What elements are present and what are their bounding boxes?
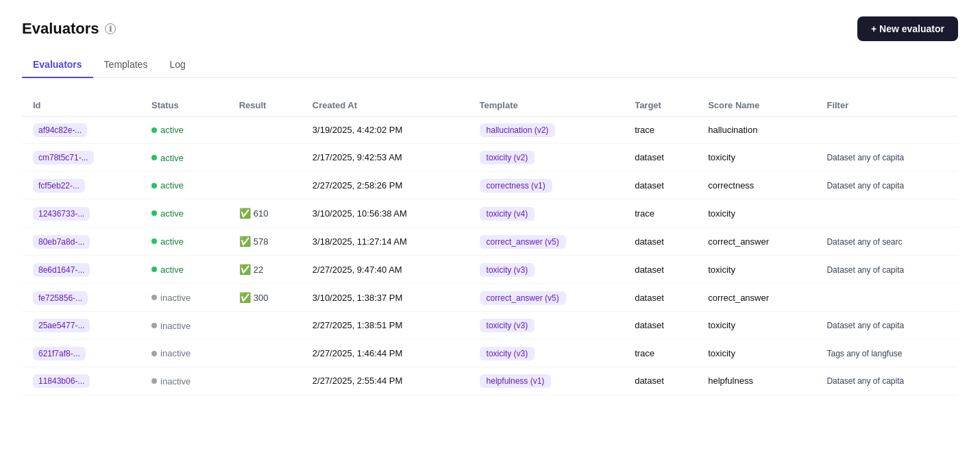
status-label: active xyxy=(160,153,184,163)
table-row[interactable]: 11843b06-...inactive2/27/2025, 2:55:44 P… xyxy=(22,367,958,395)
cell-target: dataset xyxy=(624,171,697,199)
id-badge[interactable]: fe725856-... xyxy=(33,291,88,305)
template-badge[interactable]: correct_answer (v5) xyxy=(480,235,566,249)
status-label: active xyxy=(160,208,184,219)
tabs-bar: Evaluators Templates Log xyxy=(22,52,958,78)
col-id: Id xyxy=(22,95,140,116)
cell-id: 8e6d1647-... xyxy=(22,256,140,284)
cell-status: active xyxy=(140,116,228,144)
template-badge[interactable]: correctness (v1) xyxy=(480,179,552,193)
status-label: inactive xyxy=(160,321,191,331)
status-dot-inactive xyxy=(151,323,157,328)
status-label: inactive xyxy=(160,376,191,387)
tab-log[interactable]: Log xyxy=(158,52,196,78)
id-badge[interactable]: cm78t5c71-... xyxy=(33,151,94,164)
cell-template: toxicity (v4) xyxy=(469,199,624,228)
result-value: 300 xyxy=(254,293,269,303)
cell-id: fe725856-... xyxy=(22,284,140,312)
status-label: active xyxy=(160,265,184,275)
id-badge[interactable]: 11843b06-... xyxy=(33,374,90,388)
table-row[interactable]: af94c82e-...active3/19/2025, 4:42:02 PMh… xyxy=(22,116,958,144)
template-badge[interactable]: toxicity (v3) xyxy=(480,319,535,332)
id-badge[interactable]: af94c82e-... xyxy=(33,123,87,137)
page-title: Evaluators xyxy=(22,20,99,38)
cell-target: trace xyxy=(624,199,697,228)
evaluators-table-container: Id Status Result Created At Template Tar… xyxy=(22,95,958,395)
cell-filter: Dataset any of capita xyxy=(816,367,958,395)
cell-template: toxicity (v3) xyxy=(469,312,624,340)
info-icon[interactable]: ℹ xyxy=(105,23,116,34)
id-badge[interactable]: 80eb7a8d-... xyxy=(33,235,90,249)
tab-templates[interactable]: Templates xyxy=(93,52,159,78)
filter-value: Dataset any of capita xyxy=(826,181,904,191)
cell-template: toxicity (v3) xyxy=(469,339,624,367)
table-row[interactable]: 25ae5477-...inactive2/27/2025, 1:38:51 P… xyxy=(22,312,958,340)
cell-template: correct_answer (v5) xyxy=(469,284,624,312)
cell-score-name: toxicity xyxy=(697,256,816,284)
new-evaluator-button[interactable]: + New evaluator xyxy=(857,16,958,41)
cell-result xyxy=(228,144,302,172)
col-status: Status xyxy=(140,95,228,116)
cell-status: active xyxy=(140,256,228,284)
col-score-name: Score Name xyxy=(697,95,816,116)
table-header-row: Id Status Result Created At Template Tar… xyxy=(22,95,958,116)
table-row[interactable]: 621f7af8-...inactive2/27/2025, 1:46:44 P… xyxy=(22,339,958,367)
id-badge[interactable]: 12436733-... xyxy=(33,207,90,221)
table-row[interactable]: 8e6d1647-...active✅222/27/2025, 9:47:40 … xyxy=(22,256,958,284)
status-dot-active xyxy=(151,127,157,133)
status-dot-inactive xyxy=(151,351,157,356)
table-row[interactable]: 80eb7a8d-...active✅5783/18/2025, 11:27:1… xyxy=(22,228,958,256)
cell-result xyxy=(228,339,302,367)
id-badge[interactable]: fcf5eb22-... xyxy=(33,179,85,193)
cell-created-at: 3/18/2025, 11:27:14 AM xyxy=(302,228,469,256)
template-badge[interactable]: toxicity (v2) xyxy=(480,151,535,164)
cell-filter: Dataset any of capita xyxy=(816,256,958,284)
tab-evaluators[interactable]: Evaluators xyxy=(22,52,93,78)
cell-target: dataset xyxy=(624,228,697,256)
cell-status: inactive xyxy=(140,339,228,367)
template-badge[interactable]: toxicity (v4) xyxy=(480,207,535,221)
cell-result: ✅610 xyxy=(228,199,302,228)
cell-result: ✅300 xyxy=(228,284,302,312)
cell-filter: Dataset any of capita xyxy=(816,171,958,199)
id-badge[interactable]: 8e6d1647-... xyxy=(33,263,90,277)
filter-value: Dataset any of searc xyxy=(826,237,902,247)
col-created-at: Created At xyxy=(302,95,469,116)
cell-created-at: 2/27/2025, 1:38:51 PM xyxy=(302,312,469,340)
cell-result: ✅22 xyxy=(228,256,302,284)
template-badge[interactable]: toxicity (v3) xyxy=(480,347,535,360)
cell-created-at: 2/27/2025, 2:55:44 PM xyxy=(302,367,469,395)
table-row[interactable]: 12436733-...active✅6103/10/2025, 10:56:3… xyxy=(22,199,958,228)
status-label: active xyxy=(160,125,184,135)
col-target: Target xyxy=(624,95,697,116)
cell-status: active xyxy=(140,199,228,228)
col-template: Template xyxy=(469,95,624,116)
cell-created-at: 2/17/2025, 9:42:53 AM xyxy=(302,144,469,172)
template-badge[interactable]: toxicity (v3) xyxy=(480,263,535,277)
cell-template: toxicity (v2) xyxy=(469,144,624,172)
cell-score-name: correct_answer xyxy=(697,284,816,312)
template-badge[interactable]: helpfulness (v1) xyxy=(480,374,552,388)
checkmark-icon: ✅ xyxy=(239,292,251,303)
cell-filter: Dataset any of capita xyxy=(816,144,958,172)
id-badge[interactable]: 621f7af8-... xyxy=(33,347,86,360)
status-dot-active xyxy=(151,267,157,272)
filter-value: Dataset any of capita xyxy=(826,376,904,386)
template-badge[interactable]: hallucination (v2) xyxy=(480,123,556,137)
cell-target: dataset xyxy=(624,312,697,340)
status-label: inactive xyxy=(160,293,191,303)
id-badge[interactable]: 25ae5477-... xyxy=(33,319,90,332)
status-label: inactive xyxy=(160,348,191,358)
filter-value: Dataset any of capita xyxy=(826,265,904,275)
cell-created-at: 2/27/2025, 9:47:40 AM xyxy=(302,256,469,284)
cell-status: inactive xyxy=(140,367,228,395)
table-row[interactable]: cm78t5c71-...active2/17/2025, 9:42:53 AM… xyxy=(22,144,958,172)
result-value: 22 xyxy=(254,265,263,275)
header-left: Evaluators ℹ xyxy=(22,20,116,38)
template-badge[interactable]: correct_answer (v5) xyxy=(480,291,566,305)
cell-created-at: 3/10/2025, 10:56:38 AM xyxy=(302,199,469,228)
table-row[interactable]: fe725856-...inactive✅3003/10/2025, 1:38:… xyxy=(22,284,958,312)
table-row[interactable]: fcf5eb22-...active2/27/2025, 2:58:26 PMc… xyxy=(22,171,958,199)
status-dot-active xyxy=(151,210,157,216)
checkmark-icon: ✅ xyxy=(239,236,251,247)
